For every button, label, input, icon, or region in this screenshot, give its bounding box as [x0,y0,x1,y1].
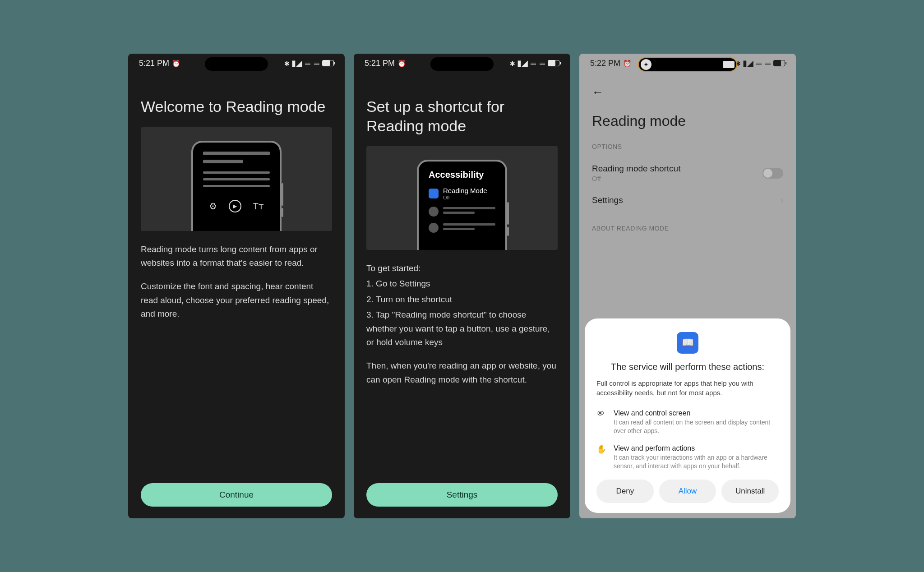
signal-icon: ▮◢ [291,58,302,68]
perm1-desc: It can read all content on the screen an… [614,418,779,435]
page-title: Welcome to Reading mode [141,97,332,116]
mock-accessibility-title: Accessibility [429,170,495,180]
text-size-icon: Tᴛ [253,201,264,212]
wifi-icon-2 [539,59,546,68]
wifi-icon-2 [313,59,320,68]
notch [205,57,268,71]
page-title: Set up a shortcut for Reading mode [366,97,558,135]
permission-perform-actions: ✋ View and perform actions It can track … [596,444,779,471]
dialog-scrim: 📖 The service will perform these actions… [579,54,796,518]
uninstall-button[interactable]: Uninstall [721,480,779,503]
settings-button[interactable]: Settings [366,483,558,507]
status-time: 5:21 PM [365,59,395,68]
body-text: To get started: 1. Go to Settings 2. Tur… [366,262,558,387]
alarm-icon [397,59,406,68]
screen-shortcut-setup: 5:21 PM ▮◢ Set up a shortcut for Reading… [354,54,570,518]
illustration: Accessibility Reading Mode Off [366,146,558,250]
battery-icon [548,60,559,66]
reading-mode-app-icon: 📖 [677,332,698,354]
perm2-title: View and perform actions [614,444,779,452]
perm2-desc: It can track your interactions with an a… [614,453,779,471]
continue-button[interactable]: Continue [141,483,332,507]
eye-icon: 👁 [596,409,607,435]
deny-button[interactable]: Deny [596,480,654,503]
mock-item-label: Reading Mode [443,187,487,195]
status-time: 5:21 PM [139,59,169,68]
dialog-title: The service will perform these actions: [596,362,779,372]
alarm-icon [172,59,180,68]
perm1-title: View and control screen [614,409,779,417]
hand-icon: ✋ [596,444,607,471]
screen-welcome: 5:21 PM ▮◢ Welcome to Reading mode ⚙ [128,54,345,518]
permission-dialog: 📖 The service will perform these actions… [585,318,790,513]
dialog-desc: Full control is appropriate for apps tha… [596,378,779,397]
bluetooth-icon [510,59,515,68]
mock-item-sub: Off [443,195,487,200]
illustration: ⚙ ▶ Tᴛ [141,127,332,231]
wifi-icon [530,59,537,68]
battery-icon [322,60,334,66]
allow-button[interactable]: Allow [659,480,716,503]
screen-settings: ✦ 5:22 PM ▮◢ ← Reading mode OPTIONS Read… [579,54,796,518]
permission-view-screen: 👁 View and control screen It can read al… [596,409,779,435]
gear-icon: ⚙ [209,201,217,212]
bluetooth-icon [284,59,290,68]
signal-icon: ▮◢ [517,58,528,68]
notch [430,57,494,71]
wifi-icon [304,59,311,68]
play-icon: ▶ [229,200,241,212]
reading-mode-app-icon [429,189,439,198]
body-text: Reading mode turns long content from app… [141,243,332,321]
